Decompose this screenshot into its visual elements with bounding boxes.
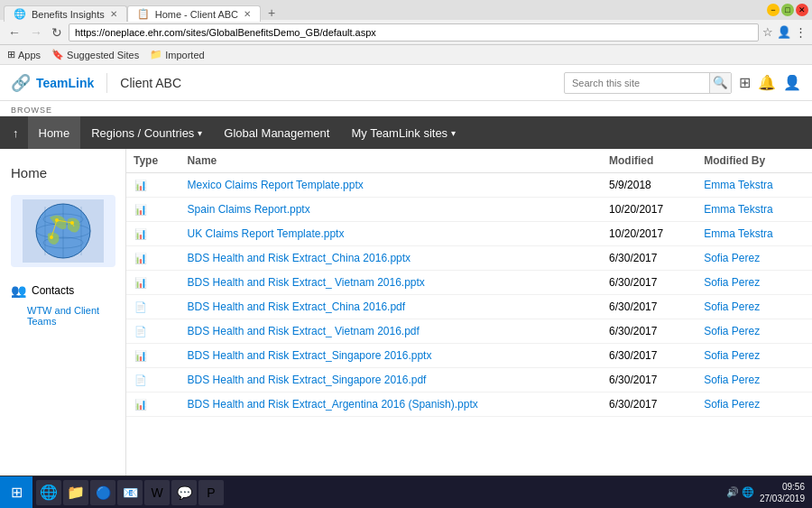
modified-by-link[interactable]: Emma Tekstra [704,203,772,216]
file-name-cell: BDS Health and Risk Extract_ Vietnam 201… [180,319,602,344]
taskbar-item-outlook[interactable]: 📧 [117,480,143,505]
modified-by-link[interactable]: Sofia Perez [704,252,760,264]
start-button[interactable]: ⊞ [0,476,32,509]
new-tab-button[interactable]: + [261,4,282,22]
file-modified-cell: 10/20/2017 [602,198,697,222]
modified-by-link[interactable]: Sofia Perez [704,374,760,386]
nav-teamlink-label: My TeamLink sites ▾ [351,126,456,140]
tab-benefits-insights[interactable]: 🌐 Benefits Insights ✕ [4,5,127,22]
pptx-icon: 📊 [134,178,148,192]
minimize-button[interactable]: − [767,4,780,16]
user-icon[interactable]: 👤 [783,74,801,91]
table-row: 📊BDS Health and Risk Extract_ Vietnam 20… [126,271,812,295]
contacts-link[interactable]: WTW and Client Teams [0,303,125,328]
taskbar-item-chrome[interactable]: 🔵 [90,480,115,505]
window-controls: − □ ✕ [767,4,808,16]
file-name-cell: BDS Health and Risk Extract_China 2016.p… [180,246,602,271]
tab-favicon: 🌐 [14,8,26,20]
taskbar-item-folder[interactable]: 📁 [63,480,88,505]
browser-chrome: 🌐 Benefits Insights ✕ 📋 Home - Client AB… [0,0,812,65]
modified-by-link[interactable]: Sofia Perez [704,276,760,289]
table-header-row: Type Name Modified Modified By [126,149,812,173]
star-icon[interactable]: ☆ [762,25,773,39]
sp-main: Type Name Modified Modified By 📊Mexico C… [126,149,812,508]
modified-by-link[interactable]: Emma Tekstra [704,179,772,191]
address-input[interactable] [69,23,759,42]
nav-my-teamlink[interactable]: My TeamLink sites ▾ [340,116,466,149]
pptx-icon: 📊 [134,348,148,363]
file-type-cell: 📊 [126,393,180,417]
taskbar-item-word[interactable]: W [144,480,170,505]
file-modified-cell: 5/9/2018 [602,173,697,198]
tab-close[interactable]: ✕ [110,9,117,19]
close-button[interactable]: ✕ [796,4,808,16]
file-type-cell: 📊 [126,198,180,222]
chevron-down-icon: ▾ [198,128,202,138]
title-bar: 🌐 Benefits Insights ✕ 📋 Home - Client AB… [0,0,812,20]
table-row: 📊BDS Health and Risk Extract_Argentina 2… [126,393,812,417]
svg-point-13 [70,221,74,225]
clock-time: 09:56 [760,481,805,493]
file-name-cell: BDS Health and Risk Extract_ Vietnam 201… [180,271,602,295]
file-name-link[interactable]: BDS Health and Risk Extract_Singapore 20… [188,374,427,386]
tab-home-client[interactable]: 📋 Home - Client ABC ✕ [127,5,261,22]
bookmark-suggested-sites[interactable]: 🔖 Suggested Sites [51,49,139,60]
tab-label-active: Home - Client ABC [155,9,238,20]
file-modified-cell: 6/30/2017 [602,344,697,368]
file-modified-by-cell: Sofia Perez [697,368,812,393]
imported-label: Imported [165,50,204,60]
table-row: 📄BDS Health and Risk Extract_Singapore 2… [126,368,812,393]
pptx-icon: 📊 [134,226,148,241]
sidebar-contacts[interactable]: 👥 Contacts [0,278,125,303]
bookmarks-bar: ⊞ Apps 🔖 Suggested Sites 📁 Imported [0,45,812,65]
pptx-icon: 📊 [134,202,148,217]
modified-by-link[interactable]: Sofia Perez [704,398,760,411]
upload-button[interactable]: ↑ [4,116,28,149]
file-name-link[interactable]: BDS Health and Risk Extract_China 2016.p… [188,252,411,264]
bookmark-apps[interactable]: ⊞ Apps [7,49,41,60]
file-modified-cell: 6/30/2017 [602,319,697,344]
bell-icon[interactable]: 🔔 [758,74,776,91]
file-name-link[interactable]: BDS Health and Risk Extract_Singapore 20… [188,349,432,362]
tab-close-active[interactable]: ✕ [244,9,251,19]
file-name-link[interactable]: Spain Claims Report.pptx [188,203,310,216]
refresh-button[interactable]: ↻ [49,25,65,40]
grid-icon[interactable]: ⊞ [739,74,751,91]
file-type-cell: 📄 [126,368,180,393]
file-modified-by-cell: Sofia Perez [697,393,812,417]
maximize-button[interactable]: □ [781,4,794,16]
modified-by-link[interactable]: Sofia Perez [704,300,760,313]
file-name-link[interactable]: BDS Health and Risk Extract_China 2016.p… [188,300,405,313]
suggested-sites-label: Suggested Sites [67,50,139,60]
file-name-link[interactable]: BDS Health and Risk Extract_ Vietnam 201… [188,325,420,337]
search-button[interactable]: 🔍 [709,72,731,94]
pdf-icon: 📄 [134,300,148,314]
nav-global-management[interactable]: Global Management [213,116,340,149]
tab-favicon-active: 📋 [137,8,150,20]
nav-home[interactable]: Home [28,116,81,149]
back-button[interactable]: ← [5,25,23,40]
modified-by-link[interactable]: Sofia Perez [704,325,760,337]
file-name-link[interactable]: BDS Health and Risk Extract_Argentina 20… [188,398,478,411]
taskbar-clock: 09:56 27/03/2019 [760,481,805,504]
file-name-link[interactable]: UK Claims Report Template.pptx [188,227,345,240]
sharepoint-container: 🔗 TeamLink Client ABC 🔍 ⊞ 🔔 👤 BROWSE ↑ H… [0,65,812,508]
taskbar-item-ie[interactable]: 🌐 [36,480,61,505]
modified-by-link[interactable]: Sofia Perez [704,349,760,362]
taskbar-item-powerpoint[interactable]: P [198,480,224,505]
file-type-cell: 📄 [126,295,180,319]
table-row: 📄BDS Health and Risk Extract_China 2016.… [126,295,812,319]
file-name-link[interactable]: BDS Health and Risk Extract_ Vietnam 201… [188,276,425,289]
bookmark-imported[interactable]: 📁 Imported [150,49,204,60]
taskbar-item-skype[interactable]: 💬 [171,480,197,505]
forward-button[interactable]: → [27,25,45,40]
menu-icon[interactable]: ⋮ [795,25,807,39]
search-input[interactable] [565,78,709,88]
taskbar-items: 🌐 📁 🔵 📧 W 💬 P [32,480,719,505]
imported-icon: 📁 [150,49,162,60]
modified-by-link[interactable]: Emma Tekstra [704,227,772,240]
nav-regions[interactable]: Regions / Countries ▾ [80,116,213,149]
taskbar-right: 🔊 🌐 09:56 27/03/2019 [719,481,812,504]
file-name-link[interactable]: Mexico Claims Report Template.pptx [188,179,364,191]
person-icon[interactable]: 👤 [777,25,791,39]
